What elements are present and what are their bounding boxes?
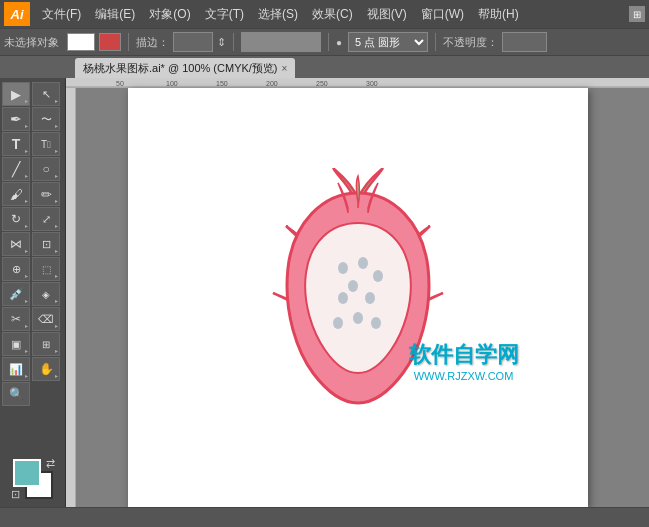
ruler-vertical xyxy=(66,88,76,507)
stroke-dropdown[interactable] xyxy=(173,32,213,52)
menu-window[interactable]: 窗口(W) xyxy=(415,4,470,25)
swap-colors-icon[interactable]: ⇄ xyxy=(46,457,55,470)
artboard-tool[interactable]: ▣ ▸ xyxy=(2,332,30,356)
scale-tool[interactable]: ⤢ ▸ xyxy=(32,207,60,231)
sep2 xyxy=(233,33,234,51)
eyedropper-icon: 💉 xyxy=(9,287,24,301)
opacity-input[interactable]: 100% xyxy=(502,32,547,52)
tool-row-8: ⊕ ▸ ⬚ ▸ xyxy=(2,257,63,281)
svg-text:150: 150 xyxy=(216,80,228,87)
points-icon: ● xyxy=(336,37,342,48)
hand-tool[interactable]: ✋ ▸ xyxy=(32,357,60,381)
tool-row-5: 🖌 ▸ ✏ ▸ xyxy=(2,182,63,206)
tool-arrow-19: ▸ xyxy=(25,322,28,329)
tool-row-2: ✒ ▸ 〜 ▸ xyxy=(2,107,63,131)
tool-arrow-12: ▸ xyxy=(55,222,58,229)
blend-icon: ◈ xyxy=(42,289,50,300)
perspective-tool[interactable]: ⬚ ▸ xyxy=(32,257,60,281)
warp-tool[interactable]: ⋈ ▸ xyxy=(2,232,30,256)
tool-arrow-5: ▸ xyxy=(25,147,28,154)
tool-arrow-4: ▸ xyxy=(55,122,58,129)
paintbrush-icon: 🖌 xyxy=(10,187,23,202)
pen-tool[interactable]: ✒ ▸ xyxy=(2,107,30,131)
window-controls: ⊞ xyxy=(629,6,645,22)
tool-arrow-7: ▸ xyxy=(25,172,28,179)
free-transform-tool[interactable]: ⊡ ▸ xyxy=(32,232,60,256)
tool-arrow-18: ▸ xyxy=(55,297,58,304)
reset-colors-icon[interactable]: ⊡ xyxy=(11,488,20,501)
menu-select[interactable]: 选择(S) xyxy=(252,4,304,25)
pencil-icon: ✏ xyxy=(41,187,52,202)
tool-row-3: T ▸ T⃝ ▸ xyxy=(2,132,63,156)
color-stack: ⇄ ⊡ xyxy=(13,459,53,499)
zoom-tool[interactable]: 🔍 xyxy=(2,382,30,406)
menu-effect[interactable]: 效果(C) xyxy=(306,4,359,25)
tab-title: 杨桃水果图标.ai* @ 100% (CMYK/预览) xyxy=(83,61,278,76)
type-tool[interactable]: T ▸ xyxy=(2,132,30,156)
tool-arrow-8: ▸ xyxy=(55,172,58,179)
tool-arrow-11: ▸ xyxy=(25,222,28,229)
opacity-label: 不透明度： xyxy=(443,31,498,53)
scale-icon: ⤢ xyxy=(42,213,51,226)
direct-select-tool[interactable]: ↖ ▸ xyxy=(32,82,60,106)
selection-tool[interactable]: ▶ ▸ xyxy=(2,82,30,106)
menu-edit[interactable]: 编辑(E) xyxy=(89,4,141,25)
stroke-box xyxy=(103,35,117,49)
blend-tool[interactable]: ◈ ▸ xyxy=(32,282,60,306)
rotate-tool[interactable]: ↻ ▸ xyxy=(2,207,30,231)
tool-arrow-3: ▸ xyxy=(25,122,28,129)
svg-point-14 xyxy=(371,317,381,329)
tool-arrow-16: ▸ xyxy=(55,272,58,279)
chart-tool[interactable]: 📊 ▸ xyxy=(2,357,30,381)
menu-bar: 文件(F) 编辑(E) 对象(O) 文字(T) 选择(S) 效果(C) 视图(V… xyxy=(36,4,629,25)
touch-type-tool[interactable]: T⃝ ▸ xyxy=(32,132,60,156)
shape-builder-tool[interactable]: ⊕ ▸ xyxy=(2,257,30,281)
svg-text:200: 200 xyxy=(266,80,278,87)
document-tab[interactable]: 杨桃水果图标.ai* @ 100% (CMYK/预览) × xyxy=(75,58,295,78)
fill-color[interactable] xyxy=(67,33,95,51)
foreground-color[interactable] xyxy=(13,459,41,487)
artboard: 软件自学网 WWW.RJZXW.COM xyxy=(128,88,588,508)
points-select[interactable]: 5 点 圆形 xyxy=(348,32,428,52)
svg-point-12 xyxy=(338,292,348,304)
eyedropper-tool[interactable]: 💉 ▸ xyxy=(2,282,30,306)
stroke-icon[interactable] xyxy=(99,33,121,51)
slice-tool[interactable]: ⊞ ▸ xyxy=(32,332,60,356)
curvature-tool[interactable]: 〜 ▸ xyxy=(32,107,60,131)
svg-text:50: 50 xyxy=(116,80,124,87)
line-tool[interactable]: ╱ ▸ xyxy=(2,157,30,181)
menu-file[interactable]: 文件(F) xyxy=(36,4,87,25)
paintbrush-tool[interactable]: 🖌 ▸ xyxy=(2,182,30,206)
svg-point-8 xyxy=(358,257,368,269)
tab-close-btn[interactable]: × xyxy=(282,63,288,74)
selection-icon: ▶ xyxy=(11,87,21,102)
scissors-tool[interactable]: ✂ ▸ xyxy=(2,307,30,331)
sep3 xyxy=(328,33,329,51)
eraser-icon: ⌫ xyxy=(38,313,54,326)
scissors-icon: ✂ xyxy=(11,312,21,326)
svg-point-11 xyxy=(365,292,375,304)
menu-help[interactable]: 帮助(H) xyxy=(472,4,525,25)
menu-view[interactable]: 视图(V) xyxy=(361,4,413,25)
perspective-icon: ⬚ xyxy=(42,264,51,275)
menu-type[interactable]: 文字(T) xyxy=(199,4,250,25)
sep4 xyxy=(435,33,436,51)
main-area: ▶ ▸ ↖ ▸ ✒ ▸ 〜 ▸ T ▸ T⃝ xyxy=(0,78,649,507)
curvature-icon: 〜 xyxy=(41,112,52,127)
tool-arrow-1: ▸ xyxy=(25,97,28,104)
eraser-tool[interactable]: ⌫ ▸ xyxy=(32,307,60,331)
tool-row-1: ▶ ▸ ↖ ▸ xyxy=(2,82,63,106)
style-input[interactable] xyxy=(241,32,321,52)
warp-icon: ⋈ xyxy=(10,237,22,251)
grid-view-btn[interactable]: ⊞ xyxy=(629,6,645,22)
canvas-area[interactable]: 50 100 150 200 250 300 xyxy=(66,78,649,507)
type-icon: T xyxy=(12,136,21,152)
pencil-tool[interactable]: ✏ ▸ xyxy=(32,182,60,206)
sep1 xyxy=(128,33,129,51)
tool-arrow-2: ▸ xyxy=(55,97,58,104)
ellipse-tool[interactable]: ○ ▸ xyxy=(32,157,60,181)
menu-object[interactable]: 对象(O) xyxy=(143,4,196,25)
status-bar xyxy=(0,507,649,527)
svg-point-10 xyxy=(348,280,358,292)
tool-row-13: 🔍 xyxy=(2,382,63,406)
